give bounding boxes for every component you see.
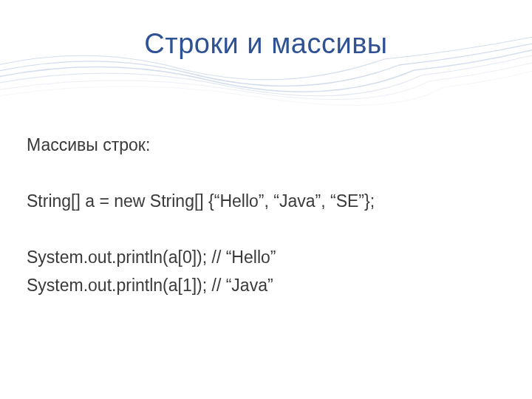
text-line-declaration: String[] a = new String[] {“Hello”, “Jav… xyxy=(27,188,505,216)
text-line-intro: Массивы строк: xyxy=(27,132,505,160)
slide-content: Массивы строк: String[] a = new String[]… xyxy=(27,132,505,300)
text-line-print-1: System.out.println(a[1]); // “Java” xyxy=(27,272,505,300)
slide-title: Строки и массивы xyxy=(0,28,532,60)
text-line-print-0: System.out.println(a[0]); // “Hello” xyxy=(27,244,505,272)
decorative-wisps xyxy=(0,0,532,126)
